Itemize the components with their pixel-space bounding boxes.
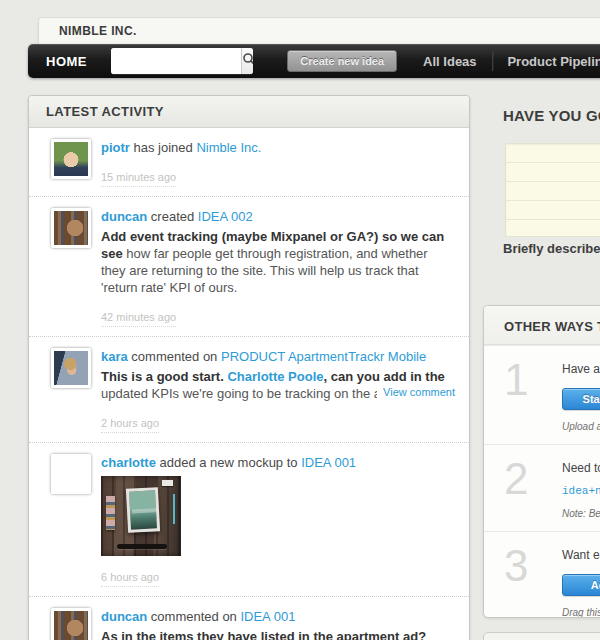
activity-content: kara commented on PRODUCT ApartmentTrack… [101, 348, 455, 433]
avatar-charlotte[interactable] [51, 454, 91, 494]
comment-text: This is a good start. [101, 369, 227, 384]
step-note: Upload a list of id [562, 421, 600, 432]
step-note: Note: Be sure to [562, 508, 600, 519]
action-text: commented on [128, 349, 221, 364]
activity-body: This is a good start. Charlotte Poole, c… [101, 368, 455, 402]
activity-item-piotr-joined: piotr has joined Nimble Inc. 15 minutes … [29, 128, 469, 197]
start-importing-button[interactable]: Start importing [562, 388, 600, 410]
brand-label: NIMBLE INC. [39, 18, 137, 44]
step-number: 3 [504, 542, 528, 590]
step-note: Drag this to the bo [562, 607, 600, 618]
avatar-duncan[interactable] [51, 208, 91, 248]
step-body: Want easy acc Add an idea Drag this to t… [562, 548, 600, 618]
next-panel-top-edge [483, 632, 600, 640]
target-link[interactable]: IDEA 002 [198, 209, 253, 224]
add-an-idea-button[interactable]: Add an idea [562, 574, 600, 596]
activity-title-line: piotr has joined Nimble Inc. [101, 139, 455, 156]
target-link[interactable]: PRODUCT ApartmentTrackr Mobile [221, 349, 426, 364]
activity-item-kara-commented: kara commented on PRODUCT ApartmentTrack… [29, 337, 469, 443]
activity-body: As in the items they have listed in the … [101, 628, 455, 640]
activity-body: Add event tracking (maybe Mixpanel or GA… [101, 228, 455, 296]
latest-activity-panel: LATEST ACTIVITY piotr has joined Nimble … [28, 95, 470, 640]
user-link[interactable]: duncan [101, 209, 147, 224]
action-text: has joined [130, 140, 197, 155]
activity-title-line: duncan commented on IDEA 001 [101, 608, 455, 625]
target-link[interactable]: IDEA 001 [301, 455, 356, 470]
step-import-ideas: 1 Have a bunch of Start importing Upload… [484, 345, 600, 444]
step-body: Have a bunch of Start importing Upload a… [562, 362, 600, 432]
user-link[interactable]: duncan [101, 609, 147, 624]
target-link[interactable]: Nimble Inc. [196, 140, 261, 155]
nav-divider [492, 51, 493, 71]
activity-title-line: charlotte added a new mockup to IDEA 001 [101, 454, 455, 471]
email-address-link[interactable]: idea+nimble@ [562, 485, 600, 497]
mockup-frames-detail [106, 496, 115, 530]
action-text: created [147, 209, 198, 224]
step-number: 2 [504, 455, 528, 503]
activity-item-duncan-commented: duncan commented on IDEA 001 As in the i… [29, 597, 469, 640]
comment-text: updated KPIs we're going to be tracking … [101, 386, 403, 401]
user-link[interactable]: piotr [101, 140, 130, 155]
other-ways-header: OTHER WAYS TO [484, 306, 600, 345]
timestamp[interactable]: 42 minutes ago [101, 309, 176, 327]
activity-content: piotr has joined Nimble Inc. 15 minutes … [101, 139, 455, 187]
idea-description-textarea[interactable] [505, 143, 600, 237]
activity-title-line: kara commented on PRODUCT ApartmentTrack… [101, 348, 455, 365]
timestamp[interactable]: 2 hours ago [101, 415, 159, 433]
avatar-kara[interactable] [51, 348, 91, 388]
activity-item-duncan-created: duncan created IDEA 002 Add event tracki… [29, 197, 469, 337]
mockup-scrollbar-detail [173, 494, 175, 524]
step-bookmarklet: 3 Want easy acc Add an idea Drag this to… [484, 531, 600, 618]
step-text: Have a bunch of [562, 362, 600, 376]
mockup-shelf-detail [117, 544, 167, 549]
mockup-tag-detail [162, 480, 173, 486]
nav-home-link[interactable]: HOME [46, 54, 87, 69]
page-background: { "brand": "NIMBLE INC.", "nav": { "home… [0, 0, 600, 640]
step-email-ideas: 2 Need to add id idea+nimble@ Note: Be s… [484, 444, 600, 531]
target-link[interactable]: IDEA 001 [240, 609, 295, 624]
search-button[interactable] [241, 48, 253, 74]
step-body: Need to add id idea+nimble@ Note: Be sur… [562, 461, 600, 519]
create-new-idea-button[interactable]: Create new idea [287, 50, 397, 72]
idea-description-text: how far people get through registration,… [101, 246, 428, 295]
activity-content: charlotte added a new mockup to IDEA 001… [101, 454, 455, 587]
mention-link[interactable]: Charlotte Poole [227, 369, 323, 384]
timestamp[interactable]: 6 hours ago [101, 569, 159, 587]
nav-link-all-ideas[interactable]: All Ideas [423, 54, 476, 69]
user-link[interactable]: kara [101, 349, 128, 364]
have-you-got-idea-title: HAVE YOU GOT [503, 107, 600, 124]
step-number: 1 [504, 356, 528, 404]
action-text: added a new mockup to [156, 455, 301, 470]
mockup-photo-frame [126, 487, 160, 533]
search-input[interactable] [111, 48, 241, 74]
view-comment-link[interactable]: View comment [377, 384, 455, 401]
activity-title-line: duncan created IDEA 002 [101, 208, 455, 225]
action-text: commented on [147, 609, 240, 624]
search-icon [242, 52, 253, 70]
activity-content: duncan commented on IDEA 001 As in the i… [101, 608, 455, 640]
step-text: Want easy acc [562, 548, 600, 562]
briefly-describe-label: Briefly describe yo [503, 241, 600, 256]
mockup-thumbnail[interactable] [101, 476, 181, 556]
activity-content: duncan created IDEA 002 Add event tracki… [101, 208, 455, 327]
comment-text: As in the items they have listed in the … [101, 629, 426, 640]
latest-activity-header: LATEST ACTIVITY [29, 96, 469, 128]
other-ways-panel: OTHER WAYS TO 1 Have a bunch of Start im… [483, 305, 600, 618]
brand-bar: NIMBLE INC. [38, 17, 600, 44]
search-box [111, 48, 253, 74]
user-link[interactable]: charlotte [101, 455, 156, 470]
avatar-duncan[interactable] [51, 608, 91, 640]
navbar: HOME Create new idea All Ideas Product P… [28, 44, 600, 78]
avatar-piotr[interactable] [51, 139, 91, 179]
nav-link-product-pipeline[interactable]: Product Pipeline [507, 54, 600, 69]
activity-item-charlotte-mockup: charlotte added a new mockup to IDEA 001… [29, 443, 469, 597]
comment-text: , can you add in the [324, 369, 445, 384]
step-text: Need to add id [562, 461, 600, 475]
timestamp[interactable]: 15 minutes ago [101, 169, 176, 187]
